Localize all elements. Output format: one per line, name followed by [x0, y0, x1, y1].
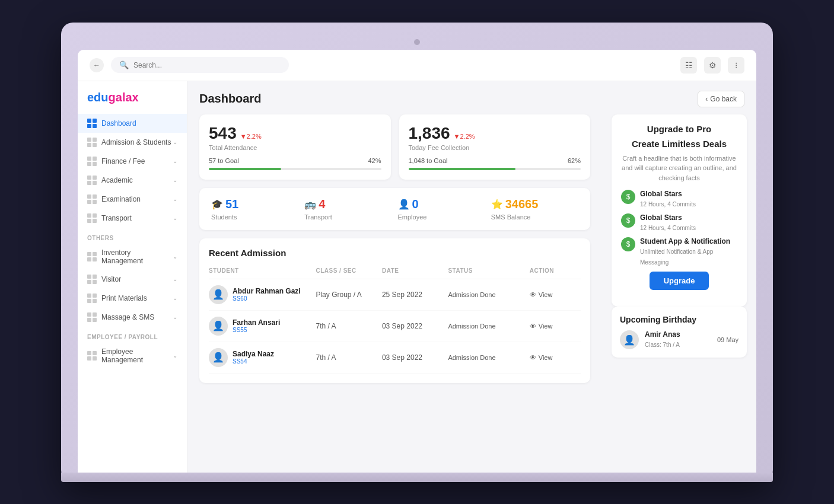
- student-name-0: Abdur Rahman Gazi: [233, 287, 301, 295]
- fee-goal: 1,048 to Goal 62%: [409, 157, 581, 164]
- sidebar-item-print[interactable]: Print Materials ⌄: [78, 289, 187, 308]
- attendance-progress-bar: [209, 168, 381, 170]
- birthday-name-0: Amir Anas: [645, 330, 680, 339]
- birthday-avatar-0: 👤: [620, 330, 639, 349]
- sidebar-item-examination[interactable]: Examination ⌄: [78, 190, 187, 209]
- laptop-camera: [414, 39, 420, 45]
- search-input[interactable]: [133, 61, 281, 69]
- pro-item-sub-0: 12 Hours, 4 Commits: [640, 201, 696, 208]
- pro-item-sub-1: 12 Hours, 4 Commits: [640, 225, 696, 231]
- attendance-goal: 57 to Goal 42%: [209, 157, 381, 164]
- view-button-1[interactable]: 👁 View: [530, 323, 581, 330]
- metric-students: 🎓 51 Students: [211, 197, 298, 221]
- student-date-2: 03 Sep 2022: [382, 353, 443, 362]
- sidebar-label-admission: Admission & Students: [101, 138, 171, 146]
- pro-item-title-2: Student App & Notification: [640, 237, 737, 245]
- header-right: ☷ ⚙ ⁝: [680, 57, 744, 74]
- laptop-base: [61, 473, 773, 482]
- birthday-card: Upcoming Birthday 👤 Amir Anas Class: 7th…: [612, 307, 747, 358]
- upgrade-button[interactable]: Upgrade: [650, 272, 709, 290]
- pro-item-title-1: Global Stars: [640, 213, 696, 222]
- fee-badge: ▼2.2%: [454, 133, 475, 140]
- student-name-1: Farhan Ansari: [233, 318, 280, 327]
- sidebar-item-finance[interactable]: Finance / Fee ⌄: [78, 152, 187, 171]
- view-button-0[interactable]: 👁 View: [530, 291, 581, 298]
- table-row: 👤 Abdur Rahman Gazi SS60 Play Group / A …: [209, 279, 581, 311]
- student-status-0: Admission Done: [448, 291, 524, 298]
- sidebar-label-print: Print Materials: [101, 294, 147, 302]
- pro-subtitle: Create Limitless Deals: [621, 139, 737, 149]
- print-icon: [87, 294, 97, 303]
- back-button[interactable]: ←: [90, 58, 104, 72]
- admission-card: Recent Admission STUDENT CLASS / SEC DAT…: [199, 238, 590, 383]
- students-label: Students: [211, 213, 298, 221]
- grid-icon[interactable]: ☷: [680, 57, 697, 74]
- chevron-down-icon: ⌄: [173, 196, 177, 202]
- logo-edu: edu: [87, 91, 109, 104]
- pro-item-0: $ Global Stars 12 Hours, 4 Commits: [621, 190, 737, 209]
- pro-title: Upgrade to Pro: [621, 124, 737, 134]
- sidebar-label-employee: Employee Management: [101, 347, 173, 364]
- employee-metric-icon: 👤: [398, 199, 410, 210]
- chevron-down-icon: ⌄: [173, 295, 177, 301]
- metric-sms: ⭐ 34665 SMS Balance: [491, 197, 578, 221]
- page-title: Dashboard: [199, 92, 261, 106]
- apps-icon[interactable]: ⁝: [728, 57, 744, 74]
- stats-row: 543 ▼2.2% Total Attendance 57 to Goal 42…: [187, 114, 602, 188]
- pro-item-title-0: Global Stars: [640, 190, 696, 198]
- right-panel: Upgrade to Pro Create Limitless Deals Cr…: [602, 114, 756, 391]
- sidebar-label-academic: Academic: [101, 176, 133, 184]
- stat-card-fee: 1,836 ▼2.2% Today Fee Collection 1,048 t…: [399, 114, 591, 180]
- sidebar-item-admission[interactable]: Admission & Students ⌄: [78, 133, 187, 152]
- academic-icon: [87, 176, 97, 185]
- metrics-card: 🎓 51 Students 🚌 4 Transport: [199, 188, 590, 230]
- col-student: STUDENT: [209, 267, 311, 274]
- sidebar-item-visitor[interactable]: Visitor ⌄: [78, 270, 187, 289]
- view-button-2[interactable]: 👁 View: [530, 354, 581, 361]
- sidebar-label-visitor: Visitor: [101, 275, 121, 283]
- massage-icon: [87, 312, 97, 322]
- eye-icon: 👁: [530, 291, 536, 298]
- metric-transport: 🚌 4 Transport: [304, 197, 391, 221]
- go-back-button[interactable]: ‹ Go back: [698, 91, 744, 107]
- attendance-badge: ▼2.2%: [240, 133, 262, 140]
- student-status-2: Admission Done: [448, 354, 524, 361]
- sidebar-item-massage[interactable]: Massage & SMS ⌄: [78, 308, 187, 327]
- avatar-2: 👤: [209, 348, 228, 367]
- sidebar-item-employee[interactable]: Employee Management ⌄: [78, 343, 187, 369]
- transport-label: Transport: [304, 213, 391, 221]
- dashboard-icon: [87, 119, 97, 128]
- chevron-down-icon: ⌄: [173, 158, 177, 164]
- attendance-progress-fill: [209, 168, 281, 170]
- birthday-date-0: 09 May: [717, 336, 738, 343]
- sidebar-item-transport[interactable]: Transport ⌄: [78, 209, 187, 228]
- sidebar-label-transport: Transport: [101, 214, 132, 222]
- sidebar-label-inventory: Inventory Management: [101, 248, 173, 265]
- sidebar-label-dashboard: Dashboard: [101, 119, 136, 127]
- student-date-1: 03 Sep 2022: [382, 322, 443, 330]
- table-header: STUDENT CLASS / SEC DATE STATUS ACTION: [209, 265, 581, 279]
- chevron-down-icon: ⌄: [173, 215, 177, 221]
- chevron-down-icon: ⌄: [173, 177, 177, 183]
- student-class-1: 7th / A: [316, 322, 377, 330]
- admission-icon: [87, 138, 97, 147]
- student-status-1: Admission Done: [448, 323, 524, 330]
- sidebar-item-inventory[interactable]: Inventory Management ⌄: [78, 244, 187, 270]
- logo: edugalax: [78, 91, 187, 114]
- content-area: 543 ▼2.2% Total Attendance 57 to Goal 42…: [187, 114, 756, 391]
- sidebar-item-dashboard[interactable]: Dashboard: [78, 114, 187, 133]
- chevron-down-icon: ⌄: [173, 314, 177, 320]
- settings-icon[interactable]: ⚙: [704, 57, 721, 74]
- sidebar-item-academic[interactable]: Academic ⌄: [78, 171, 187, 190]
- eye-icon: 👁: [530, 354, 536, 361]
- search-icon: 🔍: [119, 60, 129, 69]
- birthday-item-0: 👤 Amir Anas Class: 7th / A 09 May: [620, 330, 738, 349]
- student-id-1: SS55: [233, 327, 280, 333]
- laptop-screen: ← 🔍 ☷ ⚙ ⁝ edugalax Dashboard: [78, 50, 756, 473]
- student-id-0: SS60: [233, 295, 301, 302]
- students-value: 51: [225, 197, 238, 211]
- student-id-2: SS54: [233, 358, 274, 365]
- metric-employee: 👤 0 Employee: [398, 197, 485, 221]
- col-status: STATUS: [448, 267, 524, 274]
- chevron-down-icon: ⌄: [173, 352, 177, 359]
